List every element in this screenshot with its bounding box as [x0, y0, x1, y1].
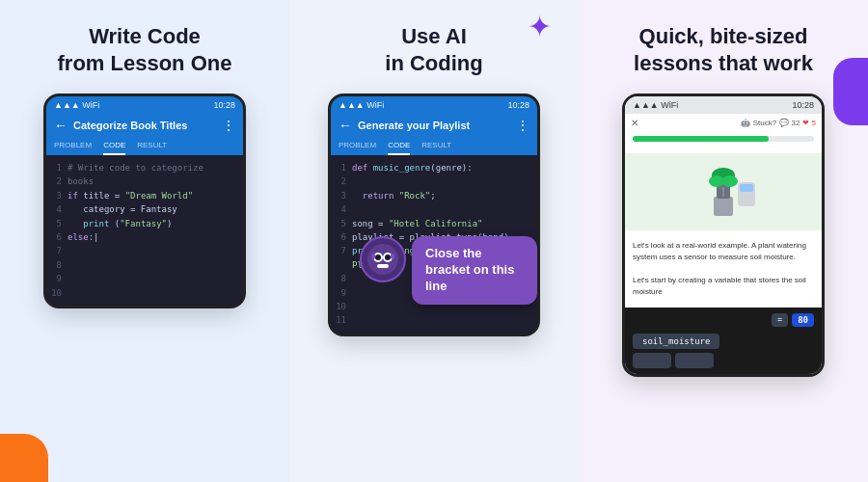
code-line: 7 — [50, 244, 239, 257]
panel-1-title: Write Codefrom Lesson One — [58, 23, 232, 76]
var-tile[interactable]: soil_moisture — [633, 334, 719, 349]
phone-3: ▲▲▲ WiFi 10:28 ✕ 🤖 Stuck? 💬 32 ❤ 5 — [622, 94, 825, 377]
svg-rect-7 — [391, 254, 394, 259]
var-tile-container: soil_moisture — [633, 331, 814, 349]
code-line: 5 song = "Hotel California" — [335, 217, 533, 230]
deco-purple — [833, 58, 868, 125]
panel-2-title: Use AIin Coding — [385, 23, 482, 76]
status-bar-1: ▲▲▲ WiFi 10:28 — [46, 96, 243, 114]
close-icon[interactable]: ✕ — [631, 118, 638, 128]
status-time-3: 10:28 — [792, 100, 814, 110]
blank-tiles — [633, 353, 814, 368]
code-line: 2 — [335, 174, 533, 188]
tab-problem-1[interactable]: PROBLEM — [54, 137, 92, 155]
tab-result-2[interactable]: RESULT — [421, 137, 451, 155]
phone-1: ▲▲▲ WiFi 10:28 ← Categorize Book Titles … — [43, 94, 246, 308]
panel-write-code: Write Codefrom Lesson One ▲▲▲ WiFi 10:28… — [0, 0, 289, 482]
sparkle-icon: ✦ — [528, 10, 552, 43]
equals-tile[interactable]: = — [772, 313, 788, 327]
progress-bar — [633, 136, 814, 142]
phone-2: ▲▲▲ WiFi 10:28 ← Generate your Playlist … — [328, 94, 540, 336]
code-editor-1: 1 # Write code to categorize 2 books 3 i… — [46, 155, 243, 306]
toolbar-title-1: Categorize Book Titles — [73, 120, 216, 131]
toolbar-1: ← Categorize Book Titles ⋮ — [46, 114, 243, 137]
code-line: 2 books — [50, 174, 239, 188]
tab-result-1[interactable]: RESULT — [137, 137, 167, 155]
hearts-count: ❤ 5 — [802, 119, 816, 127]
tile-row: = 80 — [633, 313, 814, 327]
lesson-text-2: Let's start by creating a variable that … — [633, 275, 814, 298]
blank-tile-1[interactable] — [633, 353, 671, 368]
code-line: 3 return "Rock"; — [335, 189, 533, 202]
code-line: 6 else:| — [50, 230, 239, 244]
bubble-text: Close the bracket on this line — [412, 236, 537, 305]
robot-icon: 🤖 — [741, 119, 750, 127]
status-signal-3: ▲▲▲ WiFi — [633, 100, 678, 110]
lesson-content: Let's look at a real-world example. A pl… — [625, 234, 822, 304]
mascot-icon — [366, 242, 400, 277]
back-icon-1[interactable]: ← — [54, 118, 68, 133]
code-line: 4 — [335, 202, 533, 216]
progress-container — [625, 136, 822, 149]
tabs-1: PROBLEM CODE RESULT — [46, 137, 243, 155]
svg-rect-15 — [740, 184, 753, 192]
svg-point-0 — [367, 244, 398, 275]
code-line: 3 if title = "Dream World" — [50, 189, 239, 202]
svg-rect-6 — [371, 254, 375, 259]
progress-fill — [633, 136, 769, 142]
lesson-header: ✕ 🤖 Stuck? 💬 32 ❤ 5 — [625, 114, 822, 132]
back-icon-2[interactable]: ← — [339, 118, 352, 133]
lesson-text-1: Let's look at a real-world example. A pl… — [633, 240, 814, 263]
tab-code-1[interactable]: CODE — [103, 137, 125, 155]
code-line: 1 def music_genre(genre): — [335, 161, 533, 174]
status-bar-3: ▲▲▲ WiFi 10:28 — [625, 96, 822, 114]
stuck-button[interactable]: 🤖 Stuck? 💬 32 ❤ 5 — [741, 119, 816, 127]
svg-point-3 — [375, 254, 381, 260]
code-line: 11 — [335, 313, 533, 327]
status-bar-time-1: 10:28 — [213, 100, 235, 110]
status-bar-2: ▲▲▲ WiFi 10:28 — [331, 96, 537, 114]
deco-orange — [0, 434, 48, 482]
plant-watering-image — [685, 158, 762, 226]
blank-tile-2[interactable] — [675, 353, 714, 368]
number-tile[interactable]: 80 — [792, 313, 814, 327]
svg-rect-5 — [377, 264, 389, 268]
status-bar-time-2: 10:28 — [507, 100, 529, 110]
comment-count: 💬 32 — [779, 119, 800, 127]
panel-lessons: Quick, bite-sizedlessons that work ▲▲▲ W… — [579, 0, 868, 482]
svg-rect-8 — [714, 197, 733, 216]
svg-point-12 — [722, 175, 738, 187]
code-line: 9 — [50, 272, 239, 285]
more-icon-1[interactable]: ⋮ — [222, 118, 235, 133]
ai-mascot — [360, 236, 406, 282]
lesson-image — [625, 153, 822, 230]
code-line: 1 # Write code to categorize — [50, 161, 239, 174]
tabs-2: PROBLEM CODE RESULT — [331, 137, 537, 155]
code-line: 5 print ("Fantasy") — [50, 217, 239, 230]
status-bar-signal: ▲▲▲ WiFi — [54, 100, 99, 110]
panel-ai-coding: ✦ Use AIin Coding ▲▲▲ WiFi 10:28 ← Gener… — [289, 0, 579, 482]
code-line: 10 — [50, 286, 239, 300]
more-icon-2[interactable]: ⋮ — [516, 118, 529, 133]
tab-code-2[interactable]: CODE — [388, 137, 410, 155]
code-line: 4 category = Fantasy — [50, 202, 239, 216]
code-line: 8 — [50, 258, 239, 272]
code-block-bottom: = 80 soil_moisture — [625, 308, 822, 374]
tab-problem-2[interactable]: PROBLEM — [339, 137, 376, 155]
toolbar-title-2: Generate your Playlist — [358, 120, 510, 131]
toolbar-2: ← Generate your Playlist ⋮ — [331, 114, 537, 137]
svg-point-4 — [385, 254, 391, 260]
panel-3-title: Quick, bite-sizedlessons that work — [634, 23, 813, 76]
ai-assistant-bubble: Close the bracket on this line — [360, 236, 537, 305]
status-bar-signal-2: ▲▲▲ WiFi — [339, 100, 384, 110]
svg-point-11 — [709, 175, 724, 187]
